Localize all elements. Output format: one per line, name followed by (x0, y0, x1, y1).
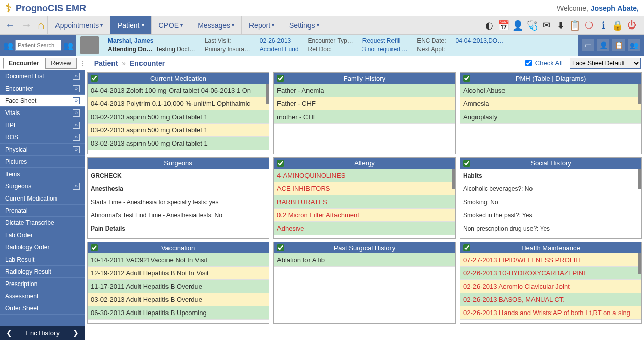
data-row[interactable]: Smoked in the past?: Yes (460, 209, 641, 222)
check-all-label[interactable]: Check All (535, 59, 563, 67)
sidebar-item-lab-result[interactable]: Lab Result (0, 253, 85, 266)
data-row[interactable]: Starts Time - Anesthesia for specialty t… (88, 195, 269, 209)
data-row[interactable]: BARBITURATES (274, 195, 455, 209)
data-row[interactable]: 11-17-2011 Adult Hepatitis B Overdue (88, 280, 269, 293)
power-icon[interactable]: ⏻ (626, 19, 638, 32)
data-row[interactable]: GRCHECK (88, 169, 269, 182)
data-row[interactable]: 12-19-2012 Adult Hepatitis B Not In Visi… (88, 267, 269, 280)
data-row[interactable]: Amnesia (460, 97, 641, 110)
nav-patient[interactable]: Patient▾ (110, 16, 151, 34)
sidebar-item-order-sheet[interactable]: Order Sheet (0, 302, 85, 315)
nav-back-icon[interactable]: ← (3, 18, 17, 33)
data-row[interactable]: 03-02-2013 aspirin 500 mg Oral tablet 1 (88, 137, 269, 150)
sidebar-item-lab-order[interactable]: Lab Order (0, 229, 85, 241)
enc-history-bar[interactable]: ❮ Enc History ❯ (0, 326, 85, 340)
data-row[interactable]: 03-02-2013 Adult Hepatitis B Overdue (88, 293, 269, 306)
data-row[interactable]: 02-26-2013 10-HYDROXYCARBAZEPINE (460, 267, 641, 280)
panel-checkbox[interactable] (277, 244, 284, 251)
pb-icon-4[interactable]: 👥 (628, 39, 640, 51)
data-row[interactable]: Non prescription drug use?: Yes (460, 222, 641, 235)
nav-forward-icon[interactable]: → (19, 18, 34, 33)
data-row[interactable]: Angioplasty (460, 110, 641, 124)
data-row[interactable]: 4-AMINOQUINOLINES (274, 169, 455, 182)
scrollbar[interactable] (452, 169, 455, 189)
tab-encounter[interactable]: Encounter (3, 58, 44, 69)
sidebar-item-prescription[interactable]: Prescription (0, 278, 85, 290)
data-row[interactable]: Ablation for A fib (274, 253, 455, 267)
tab-review[interactable]: Review (45, 58, 76, 69)
panel-checkbox[interactable] (463, 244, 470, 251)
sidebar-item-encounter[interactable]: Encounter» (0, 82, 85, 95)
panel-checkbox[interactable] (91, 75, 98, 82)
sidebar-item-current-medication[interactable]: Current Medication (0, 192, 85, 205)
sidebar-item-pictures[interactable]: Pictures (0, 156, 85, 168)
tabs-collapse-icon[interactable]: ⋮ (79, 59, 86, 67)
scrollbar[interactable] (638, 169, 641, 189)
data-row[interactable]: 03-02-2013 aspirin 500 mg Oral tablet 1 (88, 110, 269, 124)
nav-cpoe[interactable]: CPOE▾ (151, 16, 190, 34)
panel-checkbox[interactable] (463, 160, 470, 167)
sidebar-item-hpi[interactable]: HPI» (0, 119, 85, 131)
facesheet-select[interactable]: Face Sheet Default (570, 58, 641, 69)
stethoscope-icon[interactable]: 🩺 (526, 19, 538, 32)
data-row[interactable]: Alcoholic beverages?: No (460, 182, 641, 195)
data-row[interactable]: 06-30-2013 Adult Hepatitis B Upcoming (88, 306, 269, 320)
data-row[interactable]: 04-04-2013 Polytrim 0.1-10,000 %-unit/mL… (88, 97, 269, 110)
patient-search-input[interactable] (15, 40, 61, 51)
data-row[interactable]: Pain Details (88, 222, 269, 235)
data-row[interactable]: ACE INHIBITORS (274, 182, 455, 195)
data-row[interactable]: Father - CHF (274, 97, 455, 110)
sidebar-item-prenatal[interactable]: Prenatal (0, 205, 85, 217)
clipboard-icon[interactable]: 📋 (569, 19, 581, 32)
person-icon[interactable]: 👤 (512, 19, 524, 32)
data-row[interactable]: Habits (460, 169, 641, 182)
scrollbar[interactable] (266, 84, 269, 104)
check-all-checkbox[interactable] (525, 60, 532, 66)
sidebar-item-items[interactable]: Items (0, 168, 85, 180)
panel-checkbox[interactable] (277, 75, 284, 82)
sidebar-item-dictate-transcribe[interactable]: Dictate Transcribe (0, 217, 85, 229)
pb-icon-1[interactable]: ▭ (582, 39, 594, 51)
nav-settings[interactable]: Settings▾ (282, 16, 326, 34)
scrollbar[interactable] (638, 84, 641, 104)
calendar-icon[interactable]: 📅 (497, 19, 510, 32)
sidebar-item-ros[interactable]: ROS» (0, 131, 85, 144)
data-row[interactable]: 10-14-2011 VAC921Vaccine Not In Visit (88, 253, 269, 267)
data-row[interactable]: 02-26-2013 BASOS, MANUAL CT. (460, 293, 641, 306)
patient-list-icon[interactable]: 👥 (3, 41, 13, 50)
chevron-right-icon[interactable]: ❯ (73, 329, 79, 337)
nav-messages[interactable]: Messages▾ (190, 16, 241, 34)
data-row[interactable]: Alcohol Abuse (460, 84, 641, 97)
data-row[interactable]: 0.2 Micron Filter Attachment (274, 209, 455, 222)
data-row[interactable]: Adhesive (274, 222, 455, 235)
data-row[interactable]: Anesthesia (88, 182, 269, 195)
scrollbar[interactable] (638, 253, 641, 274)
data-row[interactable]: Abnormal's Test End Time - Anesthesia te… (88, 209, 269, 222)
data-row[interactable]: 03-02-2013 aspirin 500 mg Oral tablet 1 (88, 124, 269, 137)
home-icon[interactable]: ⌂ (38, 19, 44, 32)
data-row[interactable]: mother - CHF (274, 110, 455, 124)
pb-icon-3[interactable]: 📋 (612, 39, 625, 51)
pb-icon-2[interactable]: 👤 (597, 39, 609, 51)
sidebar-item-physical[interactable]: Physical» (0, 144, 85, 156)
sidebar-item-face-sheet[interactable]: Face Sheet» (0, 95, 85, 107)
lock-icon[interactable]: 🔒 (611, 19, 624, 32)
nav-appointments[interactable]: Appointments▾ (47, 16, 110, 34)
nav-report[interactable]: Report▾ (241, 16, 282, 34)
data-row[interactable]: Father - Anemia (274, 84, 455, 97)
download-icon[interactable]: ⬇ (554, 19, 567, 32)
data-row[interactable]: 04-04-2013 Zoloft 100 mg Oral tablet 04-… (88, 84, 269, 97)
sidebar-item-vitals[interactable]: Vitals» (0, 107, 85, 119)
dashboard-icon[interactable]: ◐ (483, 19, 495, 32)
mail-icon[interactable]: ✉ (540, 19, 552, 32)
info-icon[interactable]: ℹ (597, 19, 609, 32)
help-icon[interactable]: ❍ (583, 19, 595, 32)
sidebar-item-surgeons[interactable]: Surgeons» (0, 180, 85, 192)
data-row[interactable]: 02-26-2013 Hands and Wrists:AP of both L… (460, 306, 641, 320)
panel-checkbox[interactable] (277, 160, 284, 167)
patient-search-icon[interactable]: 👥 (63, 41, 73, 50)
panel-checkbox[interactable] (91, 244, 98, 251)
sidebar-item-radiology-result[interactable]: Radiology Result (0, 266, 85, 278)
chevron-left-icon[interactable]: ❮ (6, 329, 12, 337)
data-row[interactable]: 02-26-2013 Acromio Clavicular Joint (460, 280, 641, 293)
